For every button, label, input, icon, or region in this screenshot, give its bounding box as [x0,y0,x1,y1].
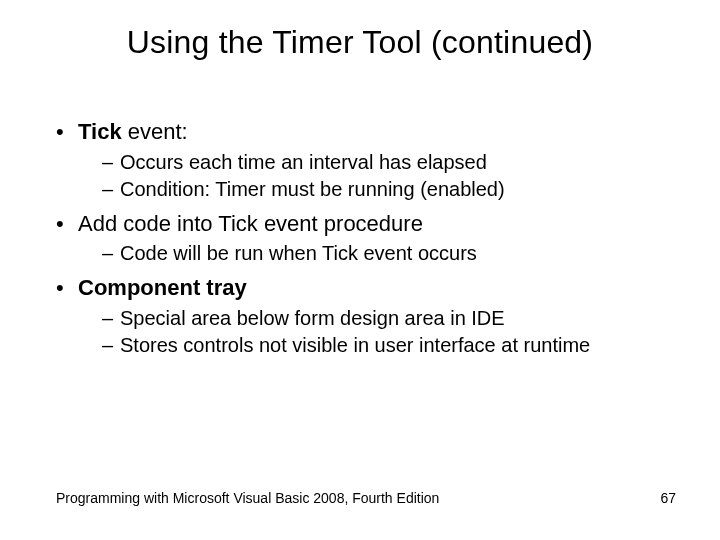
sub-item: Condition: Timer must be running (enable… [102,177,652,202]
sub-list: Code will be run when Tick event occurs [78,241,652,266]
page-number: 67 [660,490,676,506]
sub-item: Special area below form design area in I… [102,306,652,331]
bullet-component-tray-text: Component tray [78,275,247,300]
slide-title: Using the Timer Tool (continued) [0,24,720,61]
bullet-list: Tick event: Occurs each time an interval… [56,118,652,358]
sub-item: Occurs each time an interval has elapsed [102,150,652,175]
sub-list: Occurs each time an interval has elapsed… [78,150,652,202]
sub-item: Stores controls not visible in user inte… [102,333,652,358]
bullet-add-code: Add code into Tick event procedure Code … [56,210,652,267]
bullet-tick-event-bold: Tick [78,119,122,144]
slide: Using the Timer Tool (continued) Tick ev… [0,0,720,540]
bullet-add-code-text: Add code into Tick event procedure [78,211,423,236]
bullet-tick-event: Tick event: Occurs each time an interval… [56,118,652,202]
footer-text: Programming with Microsoft Visual Basic … [56,490,439,506]
bullet-tick-event-rest: event: [122,119,188,144]
slide-body: Tick event: Occurs each time an interval… [56,118,652,366]
sub-item: Code will be run when Tick event occurs [102,241,652,266]
bullet-component-tray: Component tray Special area below form d… [56,274,652,358]
sub-list: Special area below form design area in I… [78,306,652,358]
